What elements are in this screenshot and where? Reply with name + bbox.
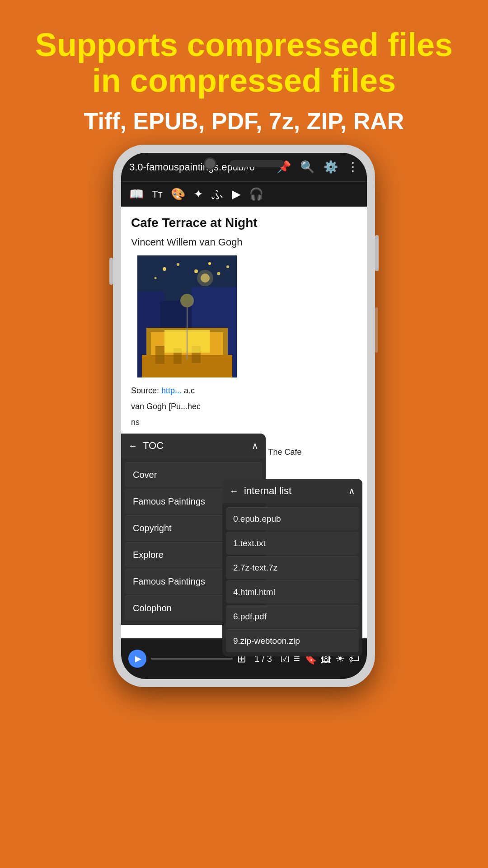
header-subtitle: Tiff, EPUB, PDF, 7z, ZIP, RAR — [18, 108, 470, 135]
play-icon[interactable]: ▶ — [232, 187, 241, 201]
scroll-indicator — [375, 307, 378, 353]
source-text-2: van Gogh [Pu...hec — [131, 401, 357, 413]
internal-item-html[interactable]: 4.html.html — [226, 580, 359, 604]
phone-top — [113, 153, 375, 175]
volume-button — [375, 235, 379, 271]
svg-point-20 — [180, 294, 194, 307]
highlight-icon[interactable]: 🎨 — [171, 187, 185, 201]
phone-outer: 3.0-famouspaintings.epub#6 📌 🔍 ⚙️ ⋮ 📖 Tт… — [113, 145, 375, 687]
svg-point-9 — [201, 274, 210, 283]
header-title: Supports compressed files in compressed … — [18, 27, 470, 99]
internal-item-7z[interactable]: 2.7z-text.7z — [226, 556, 359, 579]
svg-point-2 — [177, 263, 179, 266]
source-cont: a.c — [184, 386, 195, 395]
camera — [204, 157, 216, 170]
internal-title: internal list — [244, 485, 343, 497]
source-text-3: ns — [131, 416, 357, 429]
speaker — [230, 160, 284, 167]
svg-point-1 — [163, 267, 166, 271]
progress-bar[interactable] — [151, 658, 233, 660]
header-title-line2: in compressed files — [92, 62, 396, 99]
svg-point-6 — [155, 277, 157, 279]
source-label: Source: — [131, 386, 159, 395]
painting-image — [137, 255, 237, 377]
toc-header: ← TOC ∧ — [121, 434, 266, 458]
audio-icon[interactable]: 🎧 — [249, 187, 263, 201]
toolbar: 📖 Tт 🎨 ✦ ふ ▶ 🎧 — [121, 181, 367, 207]
toc-collapse-icon[interactable]: ∧ — [252, 440, 258, 451]
internal-collapse-icon[interactable]: ∧ — [348, 486, 355, 496]
painting-title: Cafe Terrace at Night — [131, 216, 357, 230]
toc-back-icon[interactable]: ← — [128, 441, 137, 451]
text-size-icon[interactable]: Tт — [152, 189, 163, 200]
toc-title: TOC — [143, 440, 246, 452]
furigana-icon[interactable]: ふ — [211, 186, 224, 202]
internal-item-epub[interactable]: 0.epub.epub — [226, 507, 359, 530]
svg-point-5 — [217, 272, 221, 275]
internal-back-icon[interactable]: ← — [230, 486, 239, 496]
header-title-line1: Supports compressed files — [35, 27, 453, 63]
internal-header: ← internal list ∧ — [222, 479, 362, 503]
source-link[interactable]: http... — [161, 386, 182, 395]
svg-rect-16 — [155, 346, 164, 364]
svg-point-4 — [208, 262, 211, 265]
internal-item-txt[interactable]: 1.text.txt — [226, 532, 359, 555]
content-area: Cafe Terrace at Night Vincent Willem van… — [121, 207, 367, 679]
internal-item-zip[interactable]: 9.zip-webtoon.zip — [226, 629, 359, 652]
phone-mockup: 3.0-famouspaintings.epub#6 📌 🔍 ⚙️ ⋮ 📖 Tт… — [113, 145, 375, 687]
internal-items: 0.epub.epub 1.text.txt 2.7z-text.7z 4.ht… — [222, 503, 362, 656]
phone-content-wrapper: 3.0-famouspaintings.epub#6 📌 🔍 ⚙️ ⋮ 📖 Tт… — [121, 153, 367, 679]
power-button — [109, 258, 113, 285]
svg-point-7 — [226, 265, 229, 268]
internal-item-pdf[interactable]: 6.pdf.pdf — [226, 605, 359, 628]
book-icon[interactable]: 📖 — [129, 187, 144, 201]
phone-screen: 3.0-famouspaintings.epub#6 📌 🔍 ⚙️ ⋮ 📖 Tт… — [121, 153, 367, 679]
painting-author: Vincent Willem van Gogh — [131, 236, 357, 248]
play-button[interactable]: ▶ — [128, 650, 146, 668]
sparkle-icon[interactable]: ✦ — [193, 187, 203, 201]
svg-point-3 — [194, 269, 198, 273]
header-section: Supports compressed files in compressed … — [0, 0, 488, 153]
source-text: Source: http... a.c — [131, 385, 357, 397]
internal-overlay: ← internal list ∧ 0.epub.epub 1.text.txt… — [222, 479, 362, 656]
